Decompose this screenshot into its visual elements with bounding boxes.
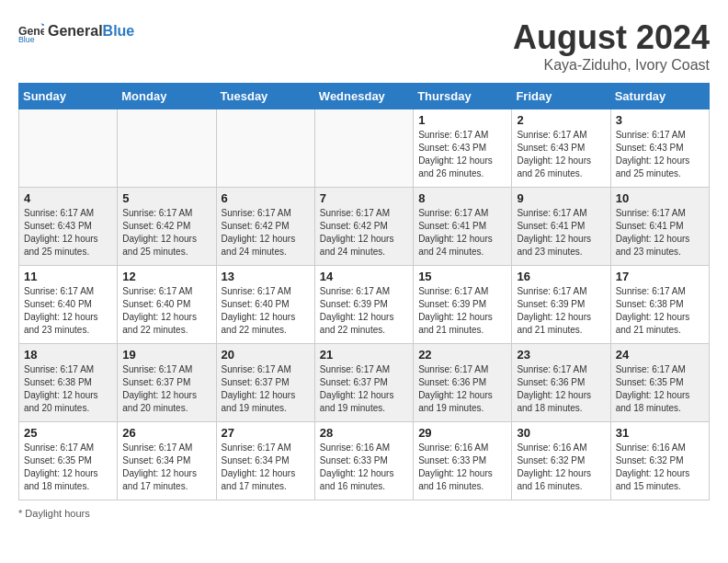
day-number: 20 — [222, 348, 310, 362]
day-number: 30 — [517, 426, 605, 440]
calendar-cell: 1Sunrise: 6:17 AM Sunset: 6:43 PM Daylig… — [414, 109, 512, 188]
day-info: Sunrise: 6:17 AM Sunset: 6:35 PM Dayligh… — [24, 442, 112, 493]
calendar-cell: 14Sunrise: 6:17 AM Sunset: 6:39 PM Dayli… — [314, 266, 413, 344]
calendar-cell: 19Sunrise: 6:17 AM Sunset: 6:37 PM Dayli… — [118, 344, 216, 422]
calendar-cell: 8Sunrise: 6:17 AM Sunset: 6:41 PM Daylig… — [414, 188, 512, 266]
logo-blue: Blue — [103, 23, 135, 39]
day-info: Sunrise: 6:17 AM Sunset: 6:39 PM Dayligh… — [320, 285, 408, 337]
calendar-cell — [118, 109, 216, 188]
day-number: 15 — [418, 270, 506, 283]
calendar-cell: 9Sunrise: 6:17 AM Sunset: 6:41 PM Daylig… — [512, 188, 610, 266]
calendar-cell: 7Sunrise: 6:17 AM Sunset: 6:42 PM Daylig… — [314, 188, 413, 266]
calendar-week-1: 1Sunrise: 6:17 AM Sunset: 6:43 PM Daylig… — [19, 109, 710, 188]
day-info: Sunrise: 6:16 AM Sunset: 6:33 PM Dayligh… — [418, 442, 506, 493]
calendar-header-row: SundayMondayTuesdayWednesdayThursdayFrid… — [19, 84, 710, 109]
day-number: 19 — [122, 348, 210, 362]
day-info: Sunrise: 6:17 AM Sunset: 6:36 PM Dayligh… — [418, 363, 506, 415]
calendar-week-5: 25Sunrise: 6:17 AM Sunset: 6:35 PM Dayli… — [19, 422, 710, 500]
day-info: Sunrise: 6:17 AM Sunset: 6:40 PM Dayligh… — [122, 285, 210, 337]
day-info: Sunrise: 6:17 AM Sunset: 6:43 PM Dayligh… — [517, 129, 605, 180]
logo: General Blue GeneralBlue — [18, 18, 134, 44]
day-header-sunday: Sunday — [19, 84, 118, 109]
calendar-cell — [19, 109, 118, 188]
day-info: Sunrise: 6:17 AM Sunset: 6:42 PM Dayligh… — [122, 207, 210, 259]
day-info: Sunrise: 6:17 AM Sunset: 6:39 PM Dayligh… — [418, 285, 506, 337]
calendar-cell: 17Sunrise: 6:17 AM Sunset: 6:38 PM Dayli… — [610, 266, 709, 344]
day-number: 31 — [616, 426, 704, 440]
calendar-cell: 15Sunrise: 6:17 AM Sunset: 6:39 PM Dayli… — [414, 266, 512, 344]
calendar-cell: 20Sunrise: 6:17 AM Sunset: 6:37 PM Dayli… — [216, 344, 314, 422]
calendar-table: SundayMondayTuesdayWednesdayThursdayFrid… — [18, 83, 710, 500]
calendar-cell: 27Sunrise: 6:17 AM Sunset: 6:34 PM Dayli… — [216, 422, 314, 500]
calendar-cell: 29Sunrise: 6:16 AM Sunset: 6:33 PM Dayli… — [414, 422, 512, 500]
day-header-friday: Friday — [512, 84, 610, 109]
calendar-cell: 22Sunrise: 6:17 AM Sunset: 6:36 PM Dayli… — [414, 344, 512, 422]
day-header-thursday: Thursday — [414, 84, 512, 109]
day-number: 3 — [616, 113, 704, 127]
calendar-cell — [314, 109, 413, 188]
day-header-tuesday: Tuesday — [216, 84, 314, 109]
day-info: Sunrise: 6:17 AM Sunset: 6:42 PM Dayligh… — [320, 207, 408, 259]
day-info: Sunrise: 6:17 AM Sunset: 6:38 PM Dayligh… — [24, 363, 112, 415]
day-number: 7 — [320, 191, 408, 205]
day-number: 27 — [222, 426, 310, 440]
calendar-cell: 18Sunrise: 6:17 AM Sunset: 6:38 PM Dayli… — [19, 344, 118, 422]
day-info: Sunrise: 6:17 AM Sunset: 6:41 PM Dayligh… — [418, 207, 506, 259]
footer-note: * Daylight hours — [18, 508, 710, 519]
calendar-week-4: 18Sunrise: 6:17 AM Sunset: 6:38 PM Dayli… — [19, 344, 710, 422]
day-number: 16 — [517, 270, 605, 283]
calendar-cell: 26Sunrise: 6:17 AM Sunset: 6:34 PM Dayli… — [118, 422, 216, 500]
calendar-cell: 30Sunrise: 6:16 AM Sunset: 6:32 PM Dayli… — [512, 422, 610, 500]
day-number: 13 — [222, 270, 310, 283]
calendar-cell: 6Sunrise: 6:17 AM Sunset: 6:42 PM Daylig… — [216, 188, 314, 266]
calendar-cell — [216, 109, 314, 188]
calendar-week-2: 4Sunrise: 6:17 AM Sunset: 6:43 PM Daylig… — [19, 188, 710, 266]
day-info: Sunrise: 6:17 AM Sunset: 6:41 PM Dayligh… — [517, 207, 605, 259]
calendar-cell: 4Sunrise: 6:17 AM Sunset: 6:43 PM Daylig… — [19, 188, 118, 266]
day-number: 23 — [517, 348, 605, 362]
logo-icon: General Blue — [18, 18, 44, 44]
calendar-cell: 11Sunrise: 6:17 AM Sunset: 6:40 PM Dayli… — [19, 266, 118, 344]
day-number: 11 — [24, 270, 112, 283]
page-header: General Blue GeneralBlue August 2024 Kay… — [18, 18, 710, 74]
day-number: 1 — [418, 113, 506, 127]
day-number: 28 — [320, 426, 408, 440]
day-info: Sunrise: 6:17 AM Sunset: 6:35 PM Dayligh… — [616, 363, 704, 415]
day-info: Sunrise: 6:16 AM Sunset: 6:32 PM Dayligh… — [616, 442, 704, 493]
day-number: 8 — [418, 191, 506, 205]
calendar-cell: 25Sunrise: 6:17 AM Sunset: 6:35 PM Dayli… — [19, 422, 118, 500]
day-number: 9 — [517, 191, 605, 205]
day-info: Sunrise: 6:17 AM Sunset: 6:41 PM Dayligh… — [616, 207, 704, 259]
day-header-monday: Monday — [118, 84, 216, 109]
calendar-cell: 13Sunrise: 6:17 AM Sunset: 6:40 PM Dayli… — [216, 266, 314, 344]
day-info: Sunrise: 6:16 AM Sunset: 6:32 PM Dayligh… — [517, 442, 605, 493]
day-number: 12 — [122, 270, 210, 283]
calendar-cell: 23Sunrise: 6:17 AM Sunset: 6:36 PM Dayli… — [512, 344, 610, 422]
calendar-body: 1Sunrise: 6:17 AM Sunset: 6:43 PM Daylig… — [19, 109, 710, 500]
sub-title: Kaya-Ziduho, Ivory Coast — [513, 57, 710, 74]
calendar-week-3: 11Sunrise: 6:17 AM Sunset: 6:40 PM Dayli… — [19, 266, 710, 344]
calendar-cell: 12Sunrise: 6:17 AM Sunset: 6:40 PM Dayli… — [118, 266, 216, 344]
day-info: Sunrise: 6:17 AM Sunset: 6:37 PM Dayligh… — [222, 363, 310, 415]
calendar-cell: 5Sunrise: 6:17 AM Sunset: 6:42 PM Daylig… — [118, 188, 216, 266]
day-info: Sunrise: 6:17 AM Sunset: 6:42 PM Dayligh… — [222, 207, 310, 259]
day-number: 21 — [320, 348, 408, 362]
calendar-cell: 10Sunrise: 6:17 AM Sunset: 6:41 PM Dayli… — [610, 188, 709, 266]
day-info: Sunrise: 6:17 AM Sunset: 6:38 PM Dayligh… — [616, 285, 704, 337]
calendar-cell: 16Sunrise: 6:17 AM Sunset: 6:39 PM Dayli… — [512, 266, 610, 344]
day-info: Sunrise: 6:17 AM Sunset: 6:39 PM Dayligh… — [517, 285, 605, 337]
title-block: August 2024 Kaya-Ziduho, Ivory Coast — [513, 18, 710, 74]
day-info: Sunrise: 6:17 AM Sunset: 6:34 PM Dayligh… — [222, 442, 310, 493]
day-number: 5 — [122, 191, 210, 205]
day-number: 6 — [222, 191, 310, 205]
calendar-cell: 2Sunrise: 6:17 AM Sunset: 6:43 PM Daylig… — [512, 109, 610, 188]
day-info: Sunrise: 6:17 AM Sunset: 6:40 PM Dayligh… — [24, 285, 112, 337]
day-info: Sunrise: 6:17 AM Sunset: 6:36 PM Dayligh… — [517, 363, 605, 415]
day-info: Sunrise: 6:17 AM Sunset: 6:43 PM Dayligh… — [24, 207, 112, 259]
day-info: Sunrise: 6:17 AM Sunset: 6:37 PM Dayligh… — [122, 363, 210, 415]
calendar-cell: 28Sunrise: 6:16 AM Sunset: 6:33 PM Dayli… — [314, 422, 413, 500]
day-header-saturday: Saturday — [610, 84, 709, 109]
logo-text-block: GeneralBlue — [48, 23, 134, 40]
day-number: 24 — [616, 348, 704, 362]
day-info: Sunrise: 6:17 AM Sunset: 6:40 PM Dayligh… — [222, 285, 310, 337]
